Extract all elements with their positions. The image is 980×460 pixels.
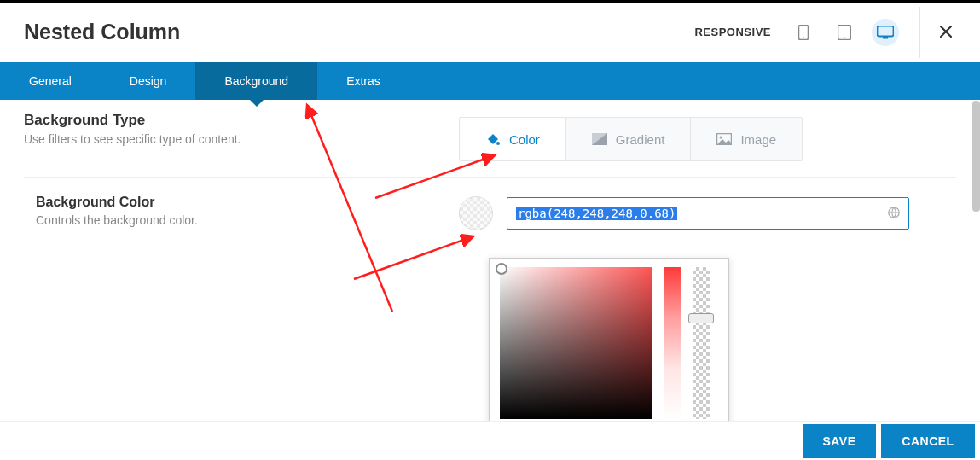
bgtype-options: Color Gradient Image (459, 117, 803, 161)
responsive-switcher: RESPONSIVE (694, 19, 899, 46)
device-tablet-button[interactable] (831, 19, 858, 46)
hue-slider[interactable] (664, 267, 681, 419)
paint-bucket-icon (485, 131, 501, 147)
svg-point-3 (844, 37, 845, 38)
svg-point-6 (496, 142, 500, 145)
scrollbar-thumb[interactable] (972, 101, 980, 212)
saturation-cursor[interactable] (496, 263, 507, 275)
bgtype-gradient-tab[interactable]: Gradient (566, 118, 692, 160)
color-value-text: rgba(248,248,248,0.68) (516, 207, 677, 220)
save-button[interactable]: SAVE (803, 424, 876, 458)
bgtype-desc: Use filters to see specific type of cont… (24, 132, 459, 146)
close-button[interactable] (936, 22, 956, 42)
responsive-label: RESPONSIVE (694, 26, 771, 38)
annotation-arrow-3 (345, 228, 499, 288)
cancel-button[interactable]: CANCEL (881, 424, 975, 458)
color-picker-popover (489, 258, 729, 424)
tablet-icon (838, 25, 851, 40)
device-mobile-button[interactable] (790, 19, 817, 46)
tab-background[interactable]: Background (195, 62, 317, 100)
desktop-icon (877, 26, 894, 39)
alpha-slider[interactable] (693, 267, 710, 419)
bgcolor-desc: Controls the background color. (36, 213, 459, 227)
svg-rect-5 (883, 37, 888, 39)
background-type-section: Background Type Use filters to see speci… (24, 112, 956, 178)
svg-line-13 (354, 236, 473, 279)
header-divider (919, 7, 920, 58)
modal-title: Nested Column (24, 20, 694, 44)
modal-footer: SAVE CANCEL (0, 421, 980, 460)
alpha-handle[interactable] (688, 313, 714, 323)
bgtype-image-tab[interactable]: Image (691, 118, 802, 160)
saturation-area[interactable] (500, 267, 652, 419)
bgtype-image-label: Image (740, 132, 776, 147)
tab-design[interactable]: Design (101, 62, 196, 100)
svg-point-1 (803, 37, 804, 38)
color-swatch[interactable] (459, 196, 493, 230)
svg-rect-4 (878, 26, 894, 36)
bgtype-title: Background Type (24, 112, 459, 129)
gradient-icon (592, 133, 607, 145)
content-area: Background Type Use filters to see speci… (0, 100, 980, 424)
modal-header: Nested Column RESPONSIVE (0, 3, 980, 62)
color-input[interactable]: rgba(248,248,248,0.68) (507, 197, 909, 230)
bgtype-color-tab[interactable]: Color (460, 118, 566, 160)
bgtype-color-label: Color (509, 132, 540, 147)
background-color-section: Background Color Controls the background… (24, 195, 956, 230)
svg-point-9 (720, 137, 722, 139)
tab-extras[interactable]: Extras (317, 62, 409, 100)
mobile-icon (798, 25, 809, 40)
bgcolor-title: Background Color (36, 195, 459, 210)
close-icon (940, 26, 952, 38)
device-desktop-button[interactable] (872, 19, 899, 46)
tab-general[interactable]: General (0, 62, 101, 100)
bgtype-gradient-label: Gradient (616, 132, 665, 147)
image-icon (716, 133, 732, 145)
globe-icon[interactable] (888, 207, 900, 221)
main-tabs: General Design Background Extras (0, 62, 980, 100)
